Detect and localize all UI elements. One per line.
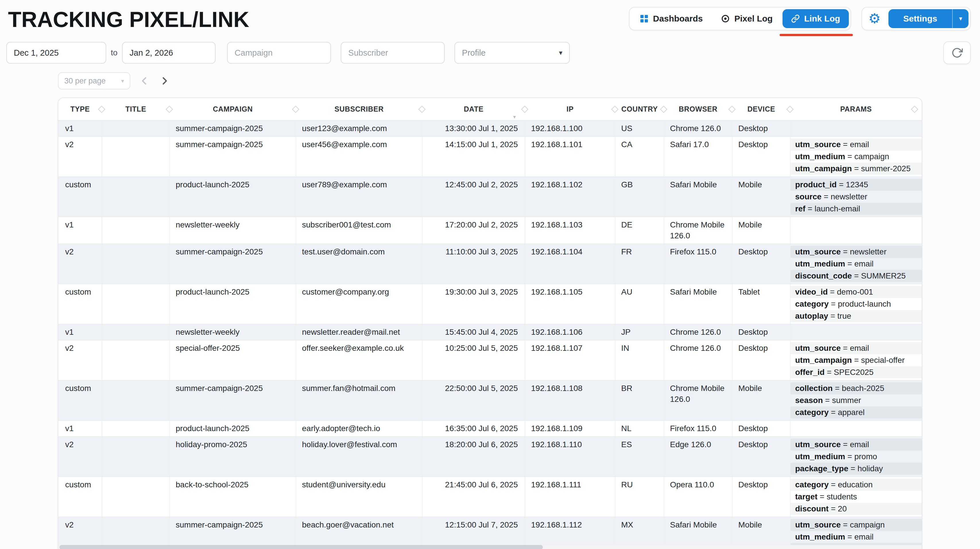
log-table-container: TYPE TITLE CAMPAIGN SUBSCRIBER DATE▾ IP … <box>58 98 922 549</box>
column-header-browser[interactable]: BROWSER <box>664 98 732 121</box>
settings-dropdown-caret[interactable]: ▾ <box>952 9 969 28</box>
param-key: utm_source <box>795 520 841 529</box>
link-log-table: TYPE TITLE CAMPAIGN SUBSCRIBER DATE▾ IP … <box>58 98 922 549</box>
cell-browser: Firefox 115.0 <box>664 244 732 284</box>
param-key: utm_campaign <box>795 164 852 173</box>
next-page-button[interactable] <box>159 75 170 87</box>
cell-device: Mobile <box>732 380 790 420</box>
chevron-right-icon <box>160 76 169 86</box>
date-from-input[interactable] <box>6 42 106 63</box>
cell-browser: Chrome 126.0 <box>664 340 732 380</box>
cell-ip: 192.168.1.102 <box>525 177 615 217</box>
page-title: TRACKING PIXEL/LINK <box>8 7 249 32</box>
cell-campaign: newsletter-weekly <box>170 217 296 244</box>
cell-device: Desktop <box>732 420 790 436</box>
cell-params: utm_source = emailutm_medium = campaignu… <box>790 136 922 177</box>
cell-campaign: product-launch-2025 <box>170 177 296 217</box>
refresh-button[interactable] <box>943 41 971 64</box>
cell-params: utm_source = campaignutm_medium = emaild… <box>790 517 922 549</box>
subscriber-input[interactable] <box>341 42 445 63</box>
cell-date: 18:20:00 Jul 6, 2025 <box>422 436 525 477</box>
settings-button[interactable]: Settings <box>888 9 952 28</box>
dashboard-grid-icon <box>640 14 649 23</box>
table-row[interactable]: customsummer-campaign-2025summer.fan@hot… <box>58 380 922 420</box>
param-key: utm_source <box>795 247 841 256</box>
cell-title <box>102 477 170 517</box>
param-key: discount <box>795 504 829 513</box>
cell-campaign: summer-campaign-2025 <box>170 136 296 177</box>
cell-ip: 192.168.1.107 <box>525 340 615 380</box>
prev-page-button[interactable] <box>138 75 150 87</box>
horizontal-scrollbar[interactable] <box>58 545 922 549</box>
cell-device: Desktop <box>732 121 790 136</box>
cell-browser: Safari Mobile <box>664 517 732 549</box>
column-header-date[interactable]: DATE▾ <box>422 98 525 121</box>
param-entry: utm_source = campaign <box>791 519 922 531</box>
cell-country: NL <box>615 420 664 436</box>
column-header-label: TYPE <box>70 105 90 113</box>
param-key: target <box>795 492 818 501</box>
settings-gear-button[interactable]: ⚙ <box>865 10 884 28</box>
param-key: category <box>795 480 829 489</box>
column-header-campaign[interactable]: CAMPAIGN <box>170 98 296 121</box>
column-header-subscriber[interactable]: SUBSCRIBER <box>296 98 422 121</box>
table-row[interactable]: v2summer-campaign-2025test.user@domain.c… <box>58 244 922 284</box>
param-entry: package_type = holiday <box>791 463 922 475</box>
table-row[interactable]: v1product-launch-2025early.adopter@tech.… <box>58 420 922 436</box>
cell-subscriber: user789@example.com <box>296 177 422 217</box>
cell-country: FR <box>615 244 664 284</box>
cell-type: custom <box>58 477 102 517</box>
cell-browser: Edge 126.0 <box>664 436 732 477</box>
table-row[interactable]: v2summer-campaign-2025beach.goer@vacatio… <box>58 517 922 549</box>
table-row[interactable]: customproduct-launch-2025user789@example… <box>58 177 922 217</box>
table-row[interactable]: v2special-offer-2025offer.seeker@example… <box>58 340 922 380</box>
date-to-input[interactable] <box>122 42 216 63</box>
cell-params: utm_source = emailutm_campaign = special… <box>790 340 922 380</box>
table-row[interactable]: v2holiday-promo-2025holiday.lover@festiv… <box>58 436 922 477</box>
cell-params: category = educationtarget = studentsdis… <box>790 477 922 517</box>
param-entry: season = summer <box>791 394 922 406</box>
cell-browser: Firefox 115.0 <box>664 420 732 436</box>
param-entry: video_id = demo-001 <box>791 286 922 298</box>
table-row[interactable]: v2summer-campaign-2025user456@example.co… <box>58 136 922 177</box>
cell-ip: 192.168.1.110 <box>525 436 615 477</box>
campaign-input[interactable] <box>227 42 331 63</box>
per-page-select[interactable]: 30 per page ▾ <box>58 72 130 89</box>
cell-country: CA <box>615 136 664 177</box>
cell-browser: Chrome Mobile 126.0 <box>664 217 732 244</box>
column-header-country[interactable]: COUNTRY <box>615 98 664 121</box>
param-entry: discount = 20 <box>791 503 922 515</box>
table-row[interactable]: v1newsletter-weeklysubscriber001@test.co… <box>58 217 922 244</box>
table-row[interactable]: customproduct-launch-2025customer@compan… <box>58 284 922 324</box>
cell-country: DE <box>615 217 664 244</box>
column-header-title[interactable]: TITLE <box>102 98 170 121</box>
cell-subscriber: user456@example.com <box>296 136 422 177</box>
tab-pixel-log[interactable]: Pixel Log <box>713 9 781 28</box>
cell-title <box>102 217 170 244</box>
column-header-ip[interactable]: IP <box>525 98 615 121</box>
cell-campaign: newsletter-weekly <box>170 324 296 340</box>
cell-ip: 192.168.1.109 <box>525 420 615 436</box>
column-header-device[interactable]: DEVICE <box>732 98 790 121</box>
param-entry: utm_source = email <box>791 342 922 354</box>
column-header-label: SUBSCRIBER <box>334 105 383 113</box>
param-key: discount_code <box>795 271 852 280</box>
scrollbar-thumb[interactable] <box>59 545 543 549</box>
param-key: utm_medium <box>795 532 845 541</box>
table-row[interactable]: customback-to-school-2025student@univers… <box>58 477 922 517</box>
cell-subscriber: user123@example.com <box>296 121 422 136</box>
cell-browser: Opera 110.0 <box>664 477 732 517</box>
param-key: package_type <box>795 464 848 473</box>
profile-select[interactable]: Profile ▾ <box>454 42 570 63</box>
column-header-type[interactable]: TYPE <box>58 98 102 121</box>
table-row[interactable]: v1newsletter-weeklynewsletter.reader@mai… <box>58 324 922 340</box>
cell-params <box>790 217 922 244</box>
column-header-params[interactable]: PARAMS <box>790 98 922 121</box>
cell-device: Desktop <box>732 340 790 380</box>
cell-country: BR <box>615 380 664 420</box>
tab-link-log[interactable]: Link Log <box>783 9 849 28</box>
tab-link-log-label: Link Log <box>804 14 840 24</box>
table-row[interactable]: v1summer-campaign-2025user123@example.co… <box>58 121 922 136</box>
tab-dashboards[interactable]: Dashboards <box>631 9 711 28</box>
column-header-label: IP <box>566 105 574 113</box>
